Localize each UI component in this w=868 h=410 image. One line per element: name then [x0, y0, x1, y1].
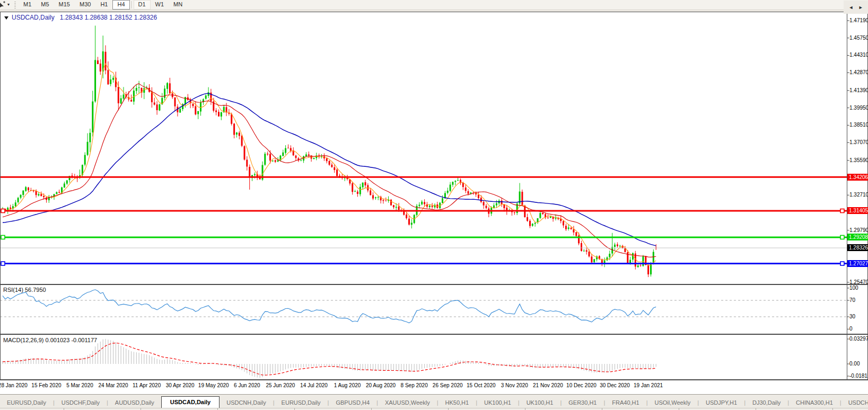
tab-usdchf-h1[interactable]: USDCHF,H1 [841, 397, 868, 408]
price-tick-label: 1.47190 [849, 17, 868, 24]
status-strip-divider [679, 408, 679, 410]
price-tick-label: 1.44310 [849, 52, 868, 58]
chart-canvas[interactable] [0, 0, 868, 394]
hline-price-badge: 1.31405 [847, 207, 868, 214]
tab-usdcnh-daily[interactable]: USDCNH,Daily [220, 397, 273, 408]
date-label: 30 Dec 2020 [600, 382, 630, 388]
price-tick-label: 1.37070 [849, 139, 868, 146]
rsi-tick-label: 100 [849, 285, 858, 291]
tab-scroll-buttons: ◄ ► [844, 1, 868, 14]
line-handle[interactable] [840, 262, 844, 265]
timeframe-button-m15[interactable]: M15 [54, 0, 75, 10]
tab-audusd-daily[interactable]: AUDUSD,Daily [108, 397, 161, 408]
tab-usdjpy-h1[interactable]: USDJPY,H1 [699, 397, 744, 408]
tab-dj30-daily[interactable]: DJ30,Daily [746, 397, 787, 408]
tab-xauusd-weekly[interactable]: XAUUSD,Weekly [378, 397, 437, 408]
date-label: 11 Apr 2020 [133, 382, 161, 388]
current-price-badge: 1.28326 [847, 244, 868, 251]
price-tick-label: 1.35590 [849, 157, 868, 164]
line-handle[interactable] [1, 235, 5, 239]
tool-dropdown-caret-icon[interactable]: ▾ [7, 1, 10, 8]
date-label: 10 Dec 2020 [566, 382, 597, 388]
price-tick-label: 1.32710 [849, 192, 868, 198]
tab-usdcad-daily[interactable]: USDCAD,Daily [161, 396, 220, 408]
crosshair-tool-icon[interactable] [0, 1, 6, 8]
status-strip-divider [602, 408, 602, 410]
hline-price-badge: 1.29208 [847, 234, 868, 240]
toolbar-separator [131, 1, 132, 8]
hline-price-badge: 1.27027 [847, 260, 868, 267]
toolbar-grip[interactable] [14, 2, 16, 8]
date-label: 19 Jan 2021 [634, 382, 663, 388]
rsi-tick-label: 0 [849, 326, 853, 332]
line-handle[interactable] [1, 209, 5, 213]
top-toolbar: ▾ M1M5M15M30H1H4D1W1MN [0, 0, 868, 10]
date-label: 6 Jun 2020 [234, 382, 260, 388]
date-label: 24 Mar 2020 [99, 382, 128, 388]
tab-scroll-right-icon[interactable]: ► [858, 5, 863, 10]
timeframe-button-mn[interactable]: MN [169, 0, 187, 10]
tab-scroll-left-icon[interactable]: ◄ [848, 5, 853, 10]
macd-label: MACD(12,26,9) 0.001023 -0.001177 [3, 337, 97, 343]
timeframe-button-group: M1M5M15M30H1H4D1W1MN [19, 0, 187, 10]
macd-tick-label: -0.018154 [849, 373, 868, 379]
hline-price-badge: 1.34206 [847, 174, 868, 181]
tab-fra40-h1[interactable]: FRA40,H1 [605, 397, 646, 408]
rsi-label: RSI(14) 56.7950 [3, 287, 46, 293]
date-label: 25 Jun 2020 [266, 382, 295, 388]
rsi-tick-label: 30 [849, 314, 855, 320]
tab-uk100-h1[interactable]: UK100,H1 [520, 397, 560, 408]
date-label: 8 Sep 2020 [401, 382, 428, 388]
price-tick-label: 1.41390 [849, 87, 868, 94]
status-strip-divider [448, 408, 449, 410]
chart-symbol-period: USDCAD,Daily [12, 14, 55, 21]
date-label: 14 Jul 2020 [300, 382, 328, 388]
price-tick-label: 1.42870 [849, 69, 868, 76]
chart-title: USDCAD,Daily1.28343 1.28638 1.28152 1.28… [4, 14, 157, 21]
price-tick-label: 1.45750 [849, 35, 868, 41]
macd-tick-label: 0.00 [849, 361, 860, 367]
timeframe-button-m1[interactable]: M1 [19, 0, 36, 10]
rsi-tick-label: 70 [849, 297, 855, 304]
chart-menu-triangle-icon[interactable] [4, 16, 8, 20]
status-strip [0, 408, 868, 410]
tab-uk100-h1[interactable]: UK100,H1 [477, 397, 518, 408]
tab-gbpusd-h4[interactable]: GBPUSD,H4 [329, 397, 376, 408]
tab-usoil-weekly[interactable]: USOil,Weekly [648, 397, 698, 408]
status-strip-divider [756, 408, 756, 410]
status-strip-divider [217, 408, 218, 410]
date-label: 5 Mar 2020 [66, 382, 93, 388]
status-strip-divider [525, 408, 525, 410]
macd-tick-label: 0.032972 [849, 336, 868, 342]
tab-eurusd-daily[interactable]: EURUSD,Daily [275, 397, 328, 408]
status-strip-divider [832, 408, 833, 410]
timeframe-button-m5[interactable]: M5 [36, 0, 54, 10]
chart-ohlc-values: 1.28343 1.28638 1.28152 1.28326 [60, 14, 157, 21]
date-label: 20 Aug 2020 [366, 382, 396, 388]
tab-china300-h1[interactable]: CHINA300,H1 [789, 397, 840, 408]
timeframe-button-w1[interactable]: W1 [151, 0, 169, 10]
tab-eurusd-daily[interactable]: EURUSD,Daily [0, 397, 53, 408]
line-handle[interactable] [840, 235, 844, 239]
timeframe-button-h4[interactable]: H4 [112, 0, 129, 10]
chart-background [0, 12, 868, 394]
date-label: 15 Oct 2020 [467, 382, 495, 388]
line-handle[interactable] [1, 262, 5, 265]
line-handle[interactable] [840, 209, 844, 213]
date-label: 26 Sep 2020 [433, 382, 463, 388]
date-label: 19 May 2020 [198, 382, 229, 388]
tab-usdchf-daily[interactable]: USDCHF,Daily [55, 397, 107, 408]
date-label: 21 Nov 2020 [533, 382, 563, 388]
chart-tab-bar: EURUSD,Daily|USDCHF,Daily|AUDUSD,DailyUS… [0, 394, 868, 408]
status-strip-divider [141, 408, 141, 410]
date-label: 28 Jan 2020 [0, 382, 28, 388]
timeframe-button-h1[interactable]: H1 [95, 0, 112, 10]
timeframe-button-d1[interactable]: D1 [134, 0, 151, 10]
tab-hk50-h1[interactable]: HK50,H1 [439, 397, 476, 408]
tab-ger30-h1[interactable]: GER30,H1 [562, 397, 603, 408]
date-label: 3 Nov 2020 [501, 382, 528, 388]
price-tick-label: 1.29790 [849, 227, 868, 234]
price-tick-label: 1.38510 [849, 122, 868, 128]
status-strip-divider [64, 408, 64, 410]
timeframe-button-m30[interactable]: M30 [75, 0, 95, 10]
